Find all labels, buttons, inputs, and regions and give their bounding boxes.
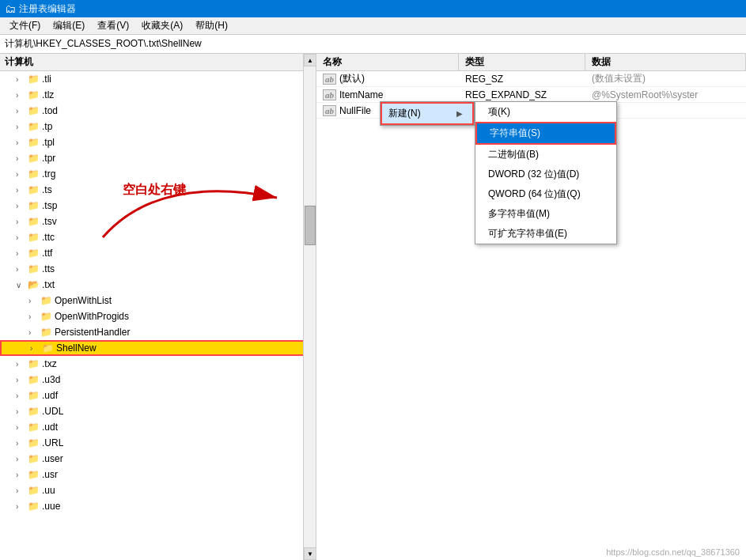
scrollbar-thumb[interactable] xyxy=(305,206,316,245)
context-menu-overlay: 新建(N) ▶ 项(K)字符串值(S)二进制值(B)DWORD (32 位)值(… xyxy=(380,101,475,126)
tree-item[interactable]: ›📁.tpr xyxy=(0,150,316,166)
tree-item[interactable]: ›📁.tlz xyxy=(0,87,316,103)
registry-row[interactable]: ab(默认)REG_SZ(数值未设置) xyxy=(316,71,746,87)
tree-item[interactable]: ›📁.UDL xyxy=(0,403,316,419)
tree-item[interactable]: ›📁.usr xyxy=(0,467,316,482)
registry-cell-type: REG_SZ xyxy=(459,74,585,85)
registry-row[interactable]: abItemNameREG_EXPAND_SZ@%SystemRoot%\sys… xyxy=(316,87,746,103)
menu-item-e[interactable]: 编辑(E) xyxy=(47,17,91,34)
tree-item-label: .usr xyxy=(42,469,58,480)
tree-scrollbar[interactable]: ▲ ▼ xyxy=(303,54,316,560)
expand-icon: › xyxy=(16,265,25,274)
tree-item[interactable]: ›📁.tsp xyxy=(0,198,316,214)
folder-icon: 📁 xyxy=(28,105,40,116)
menu-item-h[interactable]: 帮助(H) xyxy=(189,17,234,34)
expand-icon: › xyxy=(16,455,25,464)
tree-item[interactable]: ›📁.ts xyxy=(0,182,316,198)
registry-value-icon: ab xyxy=(323,89,336,100)
tree-item[interactable]: ›📁.uu xyxy=(0,482,316,498)
scrollbar-up-button[interactable]: ▲ xyxy=(304,54,316,66)
tree-item-label: .trg xyxy=(42,168,55,180)
tree-item[interactable]: ›📁ShellNew xyxy=(0,340,316,356)
tree-item[interactable]: ›📁.tts xyxy=(0,261,316,277)
tree-item-label: .tsp xyxy=(42,200,57,211)
expand-icon: › xyxy=(16,360,25,369)
tree-item-label: .user xyxy=(42,453,63,464)
tree-panel-header: 计算机 xyxy=(0,54,316,71)
tree-item[interactable]: ›📁.tpl xyxy=(0,134,316,150)
expand-icon: › xyxy=(16,502,25,511)
expand-icon: › xyxy=(30,344,40,353)
tree-item[interactable]: ›📁.trg xyxy=(0,166,316,182)
title-bar: 🗂 注册表编辑器 xyxy=(0,0,746,17)
folder-icon: 📁 xyxy=(28,200,40,211)
expand-icon: › xyxy=(16,439,25,448)
menu-item-a[interactable]: 收藏夹(A) xyxy=(135,17,189,34)
tree-item-label: .txz xyxy=(42,358,57,369)
tree-item[interactable]: ›📁PersistentHandler xyxy=(0,324,316,340)
app-icon: 🗂 xyxy=(5,2,16,15)
tree-item[interactable]: ›📁.udf xyxy=(0,388,316,403)
tree-item[interactable]: ›📁OpenWithList xyxy=(0,293,316,308)
expand-icon: › xyxy=(16,486,25,495)
submenu-item[interactable]: 字符串值(S) xyxy=(475,122,616,145)
tree-item-label: OpenWithList xyxy=(55,295,112,306)
tree-item[interactable]: ›📁.tod xyxy=(0,103,316,119)
folder-icon: 📁 xyxy=(28,184,40,195)
tree-item[interactable]: ›📁.user xyxy=(0,451,316,467)
submenu-item[interactable]: 项(K) xyxy=(475,102,616,122)
tree-item[interactable]: ›📁.tsv xyxy=(0,214,316,229)
folder-icon: 📁 xyxy=(42,342,54,354)
registry-name-label: ItemName xyxy=(339,89,383,100)
tree-item[interactable]: ›📁.u3d xyxy=(0,372,316,388)
right-panel-header: 名称 类型 数据 xyxy=(316,54,746,71)
folder-icon: 📁 xyxy=(28,89,40,100)
submenu-item[interactable]: 二进制值(B) xyxy=(475,145,616,165)
registry-value-icon: ab xyxy=(323,105,336,116)
folder-icon: 📁 xyxy=(28,248,40,259)
expand-icon: › xyxy=(16,218,25,226)
folder-icon: 📁 xyxy=(28,137,40,148)
registry-cell-data: @%SystemRoot%\syster xyxy=(585,89,746,100)
submenu-item[interactable]: DWORD (32 位)值(D) xyxy=(475,165,616,184)
watermark: https://blog.csdn.net/qq_38671360 xyxy=(606,547,740,557)
tree-item-label: .tsv xyxy=(42,216,57,227)
tree-item[interactable]: ›📁.txz xyxy=(0,356,316,372)
tree-item-label: .tlz xyxy=(42,89,54,100)
tree-item[interactable]: ›📁.URL xyxy=(0,435,316,451)
submenu-item[interactable]: 可扩充字符串值(E) xyxy=(475,224,616,244)
tree-item[interactable]: ›📁.tp xyxy=(0,119,316,134)
expand-icon: › xyxy=(16,154,25,163)
tree-item[interactable]: ›📁.ttc xyxy=(0,229,316,245)
tree-panel: 计算机 ›📁.tli›📁.tlz›📁.tod›📁.tp›📁.tpl›📁.tpr›… xyxy=(0,54,316,560)
expand-icon: › xyxy=(16,202,25,210)
tree-item-label: .URL xyxy=(42,437,63,448)
scrollbar-down-button[interactable]: ▼ xyxy=(304,547,316,560)
folder-icon: 📁 xyxy=(28,453,40,464)
tree-item[interactable]: ›📁.tli xyxy=(0,71,316,87)
tree-item[interactable]: ›📁.uue xyxy=(0,498,316,514)
registry-name-label: (默认) xyxy=(339,72,365,85)
address-path: 计算机\HKEY_CLASSES_ROOT\.txt\ShellNew xyxy=(5,37,202,51)
submenu-item[interactable]: 多字符串值(M) xyxy=(475,204,616,224)
expand-icon: › xyxy=(16,107,25,115)
expand-icon: ∨ xyxy=(16,281,25,289)
tree-item[interactable]: ›📁.ttf xyxy=(0,245,316,261)
tree-item-label: .ts xyxy=(42,184,52,195)
folder-icon: 📁 xyxy=(28,232,40,243)
expand-icon: › xyxy=(16,75,25,84)
folder-icon: 📁 xyxy=(28,390,40,401)
folder-icon: 📁 xyxy=(28,485,40,496)
menu-item-v[interactable]: 查看(V) xyxy=(91,17,135,34)
expand-icon: › xyxy=(16,233,25,242)
tree-content[interactable]: ›📁.tli›📁.tlz›📁.tod›📁.tp›📁.tpl›📁.tpr›📁.tr… xyxy=(0,71,316,560)
context-menu-new-item[interactable]: 新建(N) ▶ xyxy=(381,102,474,125)
menu-item-f[interactable]: 文件(F) xyxy=(3,17,47,34)
registry-name-label: NullFile xyxy=(339,105,371,116)
tree-item[interactable]: ∨📂.txt xyxy=(0,277,316,293)
registry-cell-type: REG_EXPAND_SZ xyxy=(459,89,585,100)
tree-item[interactable]: ›📁OpenWithProgids xyxy=(0,308,316,324)
new-label: 新建(N) xyxy=(388,107,421,120)
tree-item[interactable]: ›📁.udt xyxy=(0,419,316,435)
submenu-item[interactable]: QWORD (64 位)值(Q) xyxy=(475,184,616,204)
